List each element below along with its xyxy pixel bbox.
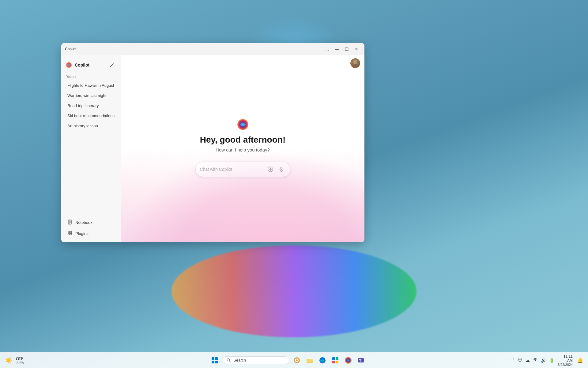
search-label: Search <box>233 358 246 362</box>
svg-rect-8 <box>68 233 70 235</box>
more-button[interactable]: ... <box>323 45 331 53</box>
window-controls: ... — ☐ ✕ <box>323 45 361 53</box>
sidebar-brand-name: Copilot <box>75 63 89 67</box>
language-icon[interactable] <box>517 356 523 364</box>
copilot-large-logo-icon <box>237 118 249 131</box>
chat-input[interactable] <box>200 167 264 172</box>
taskbar-right: ^ ☁ 🔊 🔋 <box>522 354 583 366</box>
plugins-icon <box>67 231 72 236</box>
store-icon <box>331 356 339 364</box>
svg-point-33 <box>345 357 352 364</box>
taskbar-icon-edge[interactable] <box>317 355 328 366</box>
greeting: Hey, good afternoon! <box>200 135 285 145</box>
clock-area[interactable]: 11:11 AM 6/22/2024 <box>558 354 573 366</box>
sidebar-item-4[interactable]: Art history lesson <box>63 121 119 131</box>
svg-rect-22 <box>215 361 218 363</box>
microphone-button[interactable] <box>277 165 286 174</box>
svg-rect-9 <box>70 233 72 235</box>
close-button[interactable]: ✕ <box>352 45 361 53</box>
subtext: How can I help you today? <box>216 147 270 152</box>
svg-point-27 <box>296 359 298 361</box>
avatar[interactable] <box>350 58 360 68</box>
title-bar: Copilot ... — ☐ ✕ <box>61 43 364 55</box>
wifi-svg-icon <box>533 357 538 362</box>
copilot-taskbar-icon <box>344 356 352 364</box>
clock-date: 6/22/2024 <box>558 363 573 366</box>
add-button[interactable] <box>266 165 275 174</box>
edit-icon <box>110 63 115 67</box>
taskbar-icon-folder[interactable] <box>304 355 315 366</box>
cloud-icon[interactable]: ☁ <box>525 357 531 364</box>
minimize-button[interactable]: — <box>333 45 341 53</box>
folder-icon <box>306 356 314 364</box>
sidebar: Copilot Recent Flights to Hawaii in Augu… <box>61 55 121 242</box>
edge-icon <box>318 356 326 364</box>
volume-icon[interactable]: 🔊 <box>540 357 547 364</box>
weather-temp: 78°F <box>16 356 24 361</box>
sidebar-item-1[interactable]: Warriors win last night <box>63 91 119 100</box>
user-avatar-icon <box>350 58 360 68</box>
new-chat-button[interactable] <box>108 61 116 69</box>
system-tray: ^ ☁ 🔊 🔋 <box>511 356 555 364</box>
svg-line-24 <box>229 361 231 362</box>
svg-rect-20 <box>215 357 218 360</box>
taskbar-left: ☀️ 78°F Sunny <box>5 356 54 364</box>
notebook-button[interactable]: Notebook <box>63 217 119 228</box>
sidebar-header: Copilot <box>61 58 121 74</box>
svg-rect-31 <box>332 361 335 363</box>
start-button[interactable] <box>209 355 220 366</box>
recent-section-label: Recent <box>61 74 121 80</box>
windows-icon <box>211 357 218 364</box>
sidebar-bottom: Notebook Plugins <box>61 214 121 239</box>
svg-rect-16 <box>281 167 282 170</box>
search-bar[interactable]: Search <box>222 356 289 364</box>
sidebar-brand: Copilot <box>66 62 89 68</box>
taskbar-center: Search <box>54 355 522 366</box>
svg-rect-19 <box>212 357 214 360</box>
svg-point-11 <box>352 64 359 68</box>
chat-input-container <box>195 162 290 177</box>
paint-icon <box>293 356 301 364</box>
svg-rect-21 <box>212 361 214 363</box>
svg-text:T: T <box>359 359 361 362</box>
language-svg-icon <box>518 357 522 362</box>
sidebar-item-2[interactable]: Road trip itinerary <box>63 101 119 110</box>
center-content: Hey, good afternoon! How can I help you … <box>121 71 364 242</box>
battery-icon[interactable]: 🔋 <box>548 357 555 364</box>
taskbar-icon-teams[interactable]: T <box>356 355 367 366</box>
taskbar-icon-paint[interactable] <box>291 355 302 366</box>
notebook-label: Notebook <box>75 220 92 225</box>
weather-info: 78°F Sunny <box>16 356 24 364</box>
taskbar-icon-copilot[interactable] <box>343 355 354 366</box>
svg-rect-7 <box>70 231 72 233</box>
plugins-label: Plugins <box>75 231 89 236</box>
notification-bell-icon[interactable]: 🔔 <box>577 357 583 363</box>
sidebar-item-0[interactable]: Flights to Hawaii in August <box>63 81 119 90</box>
window-title: Copilot <box>65 47 323 51</box>
wifi-icon[interactable] <box>532 356 539 364</box>
plugins-button[interactable]: Plugins <box>63 228 119 239</box>
svg-rect-32 <box>336 361 338 363</box>
maximize-button[interactable]: ☐ <box>342 45 351 53</box>
main-top-bar <box>121 55 364 71</box>
copilot-window: Copilot ... — ☐ ✕ <box>61 43 364 242</box>
search-icon <box>227 358 231 362</box>
svg-rect-30 <box>336 357 338 360</box>
taskbar-icon-store[interactable] <box>330 355 341 366</box>
avatar-image <box>350 58 360 68</box>
notebook-icon <box>67 220 72 225</box>
microphone-icon <box>279 167 284 172</box>
copilot-logo-icon <box>66 62 72 68</box>
sidebar-item-3[interactable]: Ski boot recommendations <box>63 111 119 121</box>
plus-icon <box>268 167 273 172</box>
taskbar: ☀️ 78°F Sunny <box>0 352 588 368</box>
chevron-icon[interactable]: ^ <box>511 357 515 364</box>
teams-icon: T <box>357 356 365 364</box>
weather-condition: Sunny <box>16 361 24 364</box>
weather-icon: ☀️ <box>5 357 13 364</box>
window-body: Copilot Recent Flights to Hawaii in Augu… <box>61 55 364 242</box>
svg-rect-1 <box>68 220 71 224</box>
svg-rect-6 <box>68 231 70 233</box>
main-panel: Hey, good afternoon! How can I help you … <box>121 55 364 242</box>
svg-rect-29 <box>332 357 335 360</box>
